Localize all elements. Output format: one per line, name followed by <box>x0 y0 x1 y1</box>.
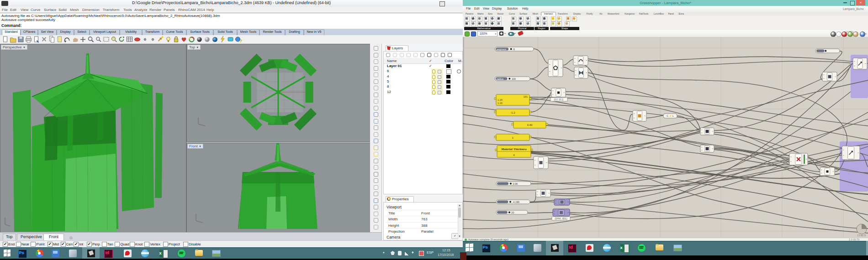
svg-text:0.40: 0.40 <box>527 124 533 126</box>
svg-text:-4.190: -4.190 <box>513 201 520 203</box>
svg-text:Material Thickness: Material Thickness <box>501 147 527 151</box>
svg-text:2.3 00:70: 2.3 00:70 <box>857 234 866 237</box>
svg-text:-1.2: -1.2 <box>510 111 515 114</box>
svg-text:segment: segment <box>497 48 507 51</box>
svg-text:1.15: 1.15 <box>498 99 503 101</box>
svg-text:0.06: 0.06 <box>513 182 518 185</box>
svg-text:C ⚡ L: C ⚡ L <box>667 114 674 118</box>
svg-text:{SHAK, IESL}: {SHAK, IESL} <box>555 218 567 220</box>
svg-text:1.16: 1.16 <box>498 102 503 104</box>
svg-text:101: 101 <box>524 95 528 98</box>
svg-text:6: 6 <box>513 48 515 51</box>
svg-text:?: ? <box>240 39 243 43</box>
svg-text:20: 20 <box>511 211 514 214</box>
svg-text:radius: radius <box>497 78 503 80</box>
svg-text:{0.0, 10.1}: {0.0, 10.1} <box>554 99 564 101</box>
svg-text:100: 100 <box>512 78 516 80</box>
